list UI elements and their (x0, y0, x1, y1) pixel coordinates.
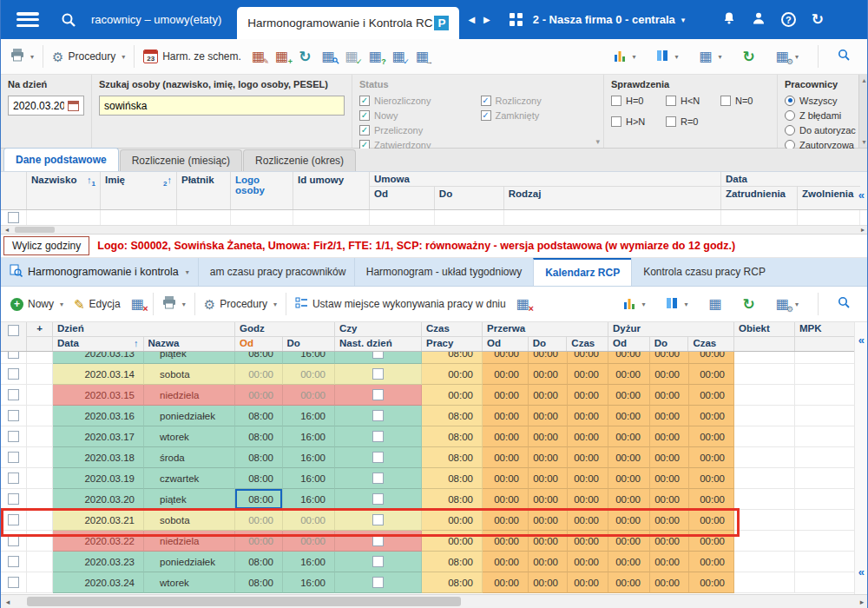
radio-icon[interactable] (785, 110, 795, 121)
calendar-row[interactable]: 2020.03.20piątek08:0016:0008:0000:0000:0… (1, 489, 856, 510)
procedury-dropdown-button[interactable]: ⚙ Procedury (199, 294, 282, 315)
calendar-row[interactable]: 2020.03.19czwartek08:0016:0008:0000:0000… (1, 468, 856, 489)
scroll-left-icon[interactable]: ◂ (1, 598, 15, 606)
cell-przerwa-od[interactable]: 00:00 (483, 572, 529, 593)
cell-dyzur-od[interactable]: 00:00 (608, 364, 650, 385)
harm-ze-schem-button[interactable]: 23 Harm. ze schem. (138, 45, 247, 68)
row-checkbox[interactable] (1, 552, 27, 572)
scroll-right-icon[interactable]: ▸ (857, 226, 868, 234)
cell-przerwa-czas[interactable]: 00:00 (568, 447, 608, 468)
cell-obiekt[interactable] (734, 552, 795, 572)
cell-przerwa-czas[interactable]: 00:00 (568, 352, 608, 364)
approve-day-button[interactable]: ▦✓ (340, 45, 364, 68)
scroll-down-icon[interactable]: ▾ (862, 138, 865, 146)
user-profile-icon[interactable] (752, 11, 766, 28)
radio-icon[interactable] (785, 125, 795, 135)
col-header-przerwa-czas[interactable]: Czas (567, 337, 608, 351)
cell-dyzur-czas[interactable]: 00:00 (689, 385, 734, 406)
cell-przerwa-czas[interactable]: 00:00 (568, 468, 608, 489)
row-checkbox[interactable] (1, 406, 27, 426)
cell-dyzur-od[interactable]: 00:00 (608, 531, 650, 552)
select-all-header[interactable] (1, 172, 27, 209)
cell-dyzur-do[interactable]: 00:00 (650, 531, 689, 552)
cell-godz-od[interactable]: 08:00 (235, 406, 283, 426)
row-checkbox[interactable] (1, 468, 27, 489)
cell-dyzur-od[interactable]: 00:00 (608, 426, 650, 447)
cell-godz-do[interactable]: 16:00 (283, 426, 335, 447)
col-header-zwolnienia[interactable]: Zwolnienia (798, 187, 860, 209)
col-header-rodzaj[interactable]: Rodzaj (504, 187, 720, 209)
col-header-przerwa-do[interactable]: Do (529, 337, 568, 351)
cell-dyzur-do[interactable]: 00:00 (650, 510, 689, 531)
cell-dyzur-do[interactable]: 00:00 (650, 364, 689, 385)
cell-przerwa-czas[interactable]: 00:00 (568, 552, 608, 572)
date-input[interactable] (13, 100, 64, 112)
status-option-nierozliczony[interactable]: ✓Nierozliczony (359, 94, 476, 107)
status-option-przeliczony[interactable]: ✓Przeliczony (359, 123, 476, 136)
cell-dyzur-od[interactable]: 00:00 (608, 406, 650, 426)
cell-dyzur-do[interactable]: 00:00 (650, 406, 689, 426)
cell-mpk[interactable] (795, 489, 856, 510)
col-header-nast-dzien[interactable]: Nast. dzień (335, 337, 421, 351)
cell-przerwa-czas[interactable]: 00:00 (568, 510, 608, 531)
cell-obiekt[interactable] (734, 364, 795, 385)
row-checkbox[interactable] (1, 572, 27, 593)
delete-button[interactable]: ▦× (126, 293, 149, 315)
cell-dyzur-od[interactable]: 00:00 (608, 385, 650, 406)
cell-przerwa-czas[interactable]: 00:00 (568, 531, 608, 552)
cell-przerwa-do[interactable]: 00:00 (529, 364, 568, 385)
cell-dyzur-do[interactable]: 00:00 (650, 468, 689, 489)
persons-grid-empty-row[interactable] (1, 210, 868, 226)
cell-godz-do[interactable]: 00:00 (283, 531, 335, 552)
cell-godz-do[interactable]: 00:00 (283, 385, 335, 406)
calendar-row[interactable]: 2020.03.14sobota00:0000:0000:0000:0000:0… (1, 364, 856, 385)
search-ic'on[interactable] (61, 12, 76, 28)
table-check-button[interactable]: ▦✓ (387, 45, 411, 68)
cell-godz-do[interactable]: 16:00 (283, 552, 335, 572)
checkbox-icon[interactable] (611, 96, 621, 106)
select-all-checkbox[interactable] (1, 322, 27, 351)
row-checkbox[interactable] (1, 447, 27, 468)
print-button[interactable] (5, 44, 39, 69)
cell-obiekt[interactable] (734, 426, 795, 447)
search-panel-button[interactable] (832, 44, 856, 69)
cell-obiekt[interactable] (734, 406, 795, 426)
cell-next-day-checkbox[interactable] (335, 406, 422, 426)
row-checkbox[interactable] (1, 489, 27, 510)
col-header-id-umowy[interactable]: Id umowy (293, 172, 370, 209)
cell-mpk[interactable] (795, 572, 856, 593)
filter-scrollbar[interactable]: ▴ ▾ (858, 75, 868, 148)
col-header-platnik[interactable]: Płatnik (177, 172, 231, 209)
cell-godz-od[interactable]: 00:00 (235, 531, 283, 552)
cell-dyzur-czas[interactable]: 00:00 (689, 531, 734, 552)
cell-dyzur-czas[interactable]: 00:00 (689, 489, 734, 510)
company-selector[interactable]: 2 - Nasza firma 0 - centrala ▾ (533, 13, 686, 26)
calendar-row[interactable]: 2020.03.18środa08:0016:0008:0000:0000:00… (1, 447, 856, 468)
cell-next-day-checkbox[interactable] (335, 447, 422, 468)
cell-obiekt[interactable] (734, 531, 795, 552)
cell-godz-od[interactable]: 08:00 (235, 447, 283, 468)
collapse-panel-icon[interactable]: « (858, 189, 865, 201)
cell-dyzur-do[interactable]: 00:00 (650, 572, 689, 593)
help-icon[interactable]: ? (781, 12, 796, 27)
tab-am-czasu-pracy-pracowników[interactable]: am czasu pracy pracowników (198, 258, 354, 286)
cell-dyzur-do[interactable]: 00:00 (650, 385, 689, 406)
checkbox-icon[interactable]: ✓ (481, 96, 491, 106)
cell-godz-do[interactable]: 16:00 (283, 406, 335, 426)
cell-godz-od[interactable]: 08:00 (235, 352, 283, 364)
recalculate-schedule-button[interactable]: ↻ (293, 45, 316, 69)
cell-godz-od[interactable]: 00:00 (235, 510, 283, 531)
refresh-data-button[interactable]: ↻ (738, 45, 760, 69)
pracownicy-option-wszyscy[interactable]: Wszyscy (785, 94, 857, 107)
edycja-button[interactable]: ✎ Edycja (69, 294, 126, 315)
cell-przerwa-czas[interactable]: 00:00 (568, 426, 608, 447)
cell-dyzur-od[interactable]: 00:00 (608, 468, 650, 489)
col-header-obiekt[interactable]: Obiekt (734, 322, 794, 337)
wylicz-godziny-button[interactable]: Wylicz godziny (3, 236, 89, 255)
cell-next-day-checkbox[interactable] (335, 489, 422, 510)
tab-harmonogramowanie[interactable]: Harmonogramowanie i Kontrola RC P (237, 7, 459, 39)
table-question-button[interactable]: ▦? (364, 45, 387, 68)
cell-obiekt[interactable] (734, 510, 795, 531)
col-header-dyzur-do[interactable]: Do (650, 337, 689, 351)
cell-dyzur-czas[interactable]: 00:00 (689, 572, 734, 593)
